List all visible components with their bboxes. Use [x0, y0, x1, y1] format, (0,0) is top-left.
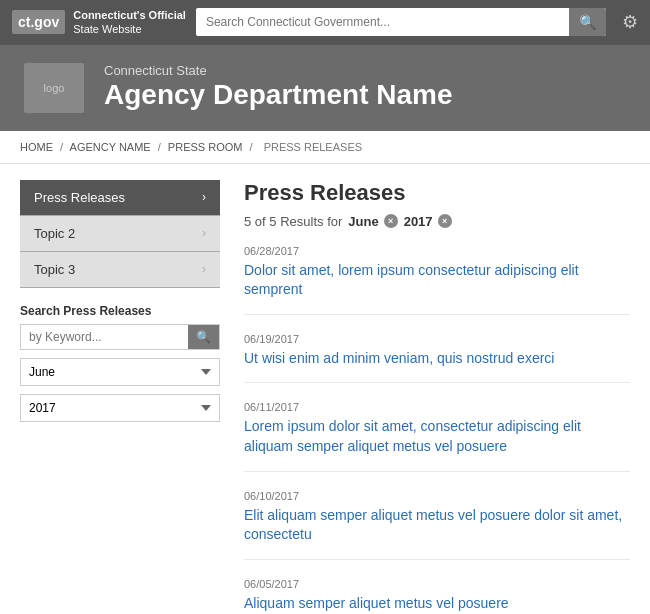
results-summary: 5 of 5 Results for June × 2017 ×	[244, 214, 630, 229]
press-item-0: 06/28/2017 Dolor sit amet, lorem ipsum c…	[244, 245, 630, 315]
logo-line2: Connecticut's Official	[73, 8, 186, 22]
global-search-bar: 🔍	[196, 8, 606, 36]
sidebar-nav-label: Topic 2	[34, 226, 75, 241]
sidebar: Press Releases›Topic 2›Topic 3› Search P…	[20, 180, 220, 614]
keyword-search-row: 🔍	[20, 324, 220, 350]
results-for-text: Results for	[280, 214, 342, 229]
sidebar-nav: Press Releases›Topic 2›Topic 3›	[20, 180, 220, 288]
settings-button[interactable]: ⚙	[622, 11, 638, 33]
global-search-input[interactable]	[196, 9, 569, 35]
filter-month-tag: June ×	[348, 214, 397, 229]
sidebar-nav-label: Press Releases	[34, 190, 125, 205]
year-select[interactable]: 201720162015	[20, 394, 220, 422]
sidebar-nav-label: Topic 3	[34, 262, 75, 277]
sidebar-nav-item-1[interactable]: Topic 2›	[20, 216, 220, 252]
breadcrumb-current: PRESS RELEASES	[264, 141, 362, 153]
agency-subtitle: Connecticut State	[104, 63, 453, 78]
total-num: 5	[269, 214, 276, 229]
press-date: 06/19/2017	[244, 333, 630, 345]
press-items-list: 06/28/2017 Dolor sit amet, lorem ipsum c…	[244, 245, 630, 614]
breadcrumb-pressroom[interactable]: PRESS ROOM	[168, 141, 243, 153]
month-select[interactable]: JuneJulyAugust	[20, 358, 220, 386]
agency-logo: logo	[24, 63, 84, 113]
results-title: Press Releases	[244, 180, 630, 206]
keyword-input[interactable]	[21, 325, 188, 349]
site-logo: ct.gov Connecticut's Official State Webs…	[12, 8, 186, 37]
press-date: 06/10/2017	[244, 490, 630, 502]
agency-banner: logo Connecticut State Agency Department…	[0, 45, 650, 131]
agency-title: Agency Department Name	[104, 78, 453, 112]
agency-text: Connecticut State Agency Department Name	[104, 63, 453, 112]
press-headline-link[interactable]: Elit aliquam semper aliquet metus vel po…	[244, 507, 622, 543]
logo-line3: State Website	[73, 22, 186, 36]
sidebar-nav-item-2[interactable]: Topic 3›	[20, 252, 220, 288]
press-date: 06/28/2017	[244, 245, 630, 257]
remove-month-filter[interactable]: ×	[384, 214, 398, 228]
count-num: 5	[244, 214, 251, 229]
sidebar-search-label: Search Press Releases	[20, 304, 220, 318]
press-date: 06/05/2017	[244, 578, 630, 590]
ct-gov-logo-icon: ct.gov	[12, 10, 65, 34]
press-item-2: 06/11/2017 Lorem ipsum dolor sit amet, c…	[244, 401, 630, 471]
press-date: 06/11/2017	[244, 401, 630, 413]
logo-text: Connecticut's Official State Website	[73, 8, 186, 37]
remove-year-filter[interactable]: ×	[438, 214, 452, 228]
breadcrumb: HOME / AGENCY NAME / PRESS ROOM / PRESS …	[0, 131, 650, 164]
breadcrumb-home[interactable]: HOME	[20, 141, 53, 153]
press-headline-link[interactable]: Ut wisi enim ad minim veniam, quis nostr…	[244, 350, 554, 366]
press-headline-link[interactable]: Aliquam semper aliquet metus vel posuere	[244, 595, 509, 611]
results-count: 5 of 5 Results for	[244, 214, 342, 229]
chevron-right-icon: ›	[202, 226, 206, 240]
press-headline-link[interactable]: Dolor sit amet, lorem ipsum consectetur …	[244, 262, 579, 298]
chevron-right-icon: ›	[202, 190, 206, 204]
breadcrumb-agency[interactable]: AGENCY NAME	[70, 141, 151, 153]
press-item-1: 06/19/2017 Ut wisi enim ad minim veniam,…	[244, 333, 630, 384]
global-search-button[interactable]: 🔍	[569, 8, 606, 36]
sidebar-nav-item-0[interactable]: Press Releases›	[20, 180, 220, 216]
main-content: Press Releases›Topic 2›Topic 3› Search P…	[0, 164, 650, 614]
keyword-search-button[interactable]: 🔍	[188, 325, 219, 349]
press-item-4: 06/05/2017 Aliquam semper aliquet metus …	[244, 578, 630, 614]
sidebar-search: Search Press Releases 🔍 JuneJulyAugust 2…	[20, 304, 220, 430]
filter-year-tag: 2017 ×	[404, 214, 452, 229]
top-header: ct.gov Connecticut's Official State Webs…	[0, 0, 650, 45]
results-area: Press Releases 5 of 5 Results for June ×…	[244, 180, 630, 614]
chevron-right-icon: ›	[202, 262, 206, 276]
press-headline-link[interactable]: Lorem ipsum dolor sit amet, consectetur …	[244, 418, 581, 454]
press-item-3: 06/10/2017 Elit aliquam semper aliquet m…	[244, 490, 630, 560]
